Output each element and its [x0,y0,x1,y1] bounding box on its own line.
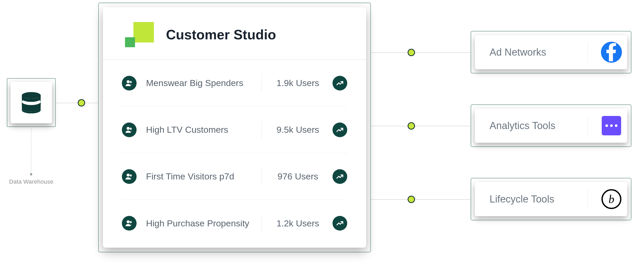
segment-count: 1.2k Users [272,218,324,228]
connector-left [56,103,98,103]
trend-up-icon [333,216,347,231]
segment-count: 976 Users [272,171,324,182]
destination-label: Analytics Tools [475,120,582,131]
trend-up-icon [333,169,347,184]
audience-icon [122,76,137,91]
segment-row: High Purchase Propensity 1.2k Users [122,200,347,247]
segment-count: 1.9k Users [272,78,324,88]
node-dot-left [78,99,85,107]
segment-row: High LTV Customers 9.5k Users [122,107,347,153]
svg-point-8 [129,81,132,83]
destination-label: Lifecycle Tools [475,194,582,205]
audience-icon [122,216,137,231]
lifecycle-tool-icon: b [596,189,627,209]
warehouse-label: Data Warehouse [7,178,56,185]
segment-name: High Purchase Propensity [137,218,251,228]
audience-icon [122,123,137,137]
database-icon [20,91,43,114]
segment-name: Menswear Big Spenders [137,78,251,88]
destination-card-ad-networks: Ad Networks [475,35,627,69]
brand-logo [125,22,154,47]
panel-title: Customer Studio [166,27,276,42]
divider [261,74,262,92]
node-dot-right-3 [408,196,415,203]
warehouse-dashed-line [31,127,31,173]
segment-count: 9.5k Users [272,125,324,135]
segment-name: First Time Visitors p7d [137,171,251,182]
svg-point-14 [129,221,132,224]
segment-row: Menswear Big Spenders 1.9k Users [122,60,347,107]
divider [588,42,588,62]
facebook-icon [596,42,627,63]
trend-up-icon [333,76,347,91]
svg-point-10 [129,127,132,130]
trend-up-icon [333,123,347,137]
connector-right-3 [371,199,471,200]
svg-point-7 [127,80,129,83]
node-dot-right-1 [408,49,415,56]
warehouse-line-end [30,173,32,175]
customer-studio-panel: Customer Studio Menswear Big Spenders 1.… [103,7,366,248]
destination-card-analytics: Analytics Tools [475,109,627,143]
panel-header: Customer Studio [103,7,366,60]
divider [588,189,588,209]
segment-row: First Time Visitors p7d 976 Users [122,153,347,200]
connector-right-1 [371,52,471,53]
divider [261,121,262,139]
warehouse-card [11,82,52,123]
destination-card-lifecycle: Lifecycle Tools b [475,182,627,216]
node-dot-right-2 [408,122,415,130]
svg-point-11 [127,173,129,176]
analytics-tool-icon [596,116,627,135]
divider [588,116,588,136]
svg-point-9 [127,127,129,130]
destination-label: Ad Networks [475,47,582,58]
divider [261,167,262,186]
segments-list: Menswear Big Spenders 1.9k Users High LT… [103,60,366,247]
audience-icon [122,169,137,184]
divider [261,214,262,232]
svg-point-13 [127,220,129,223]
connector-right-2 [371,126,471,126]
segment-name: High LTV Customers [137,125,251,135]
svg-point-6 [22,92,41,99]
svg-point-12 [129,174,132,177]
